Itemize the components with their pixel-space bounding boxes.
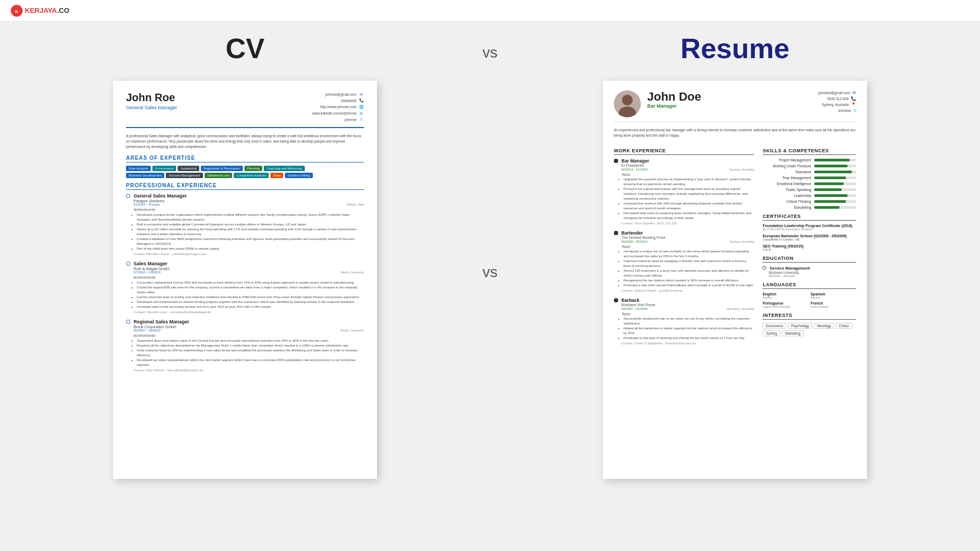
cv-achievements-list: Supervised direct and indirect sales in … [137,338,364,368]
work-company: El Presidente [621,164,754,167]
lang-level: Upper-Intermediate [762,305,808,308]
skill-bar-fill [814,159,850,161]
languages-title: LANGUAGES [762,282,856,289]
achievement-item: Created a database of over 8000 prospect… [137,237,364,246]
skill-bar-bg [814,200,856,203]
logo: K KERJAYA.CO [11,5,69,17]
cv-exp-item: Sales Manager Ruth & Abigail GmbH. 07/20… [126,261,364,314]
resume-identity: John Doe Bar Manager [647,90,812,109]
skill-bar-fill [814,176,845,179]
skill-bar-fill [814,206,839,209]
cv-exp-period-loc: 03/2014 – Present Milano, Italy [134,203,364,206]
skill-bar-fill [814,171,852,173]
education-title: EDUCATION [762,256,856,263]
work-bullet: Promoted a new drink named Diamondback w… [624,283,754,288]
logo-text: KERJAYA.CO [25,6,69,15]
resume-container: John Doe Bar Manager johndoe@gmail.com ✉… [522,75,948,479]
achievement-item: Built a successful and scalable global C… [137,222,364,227]
skype-icon: S [359,117,364,123]
skill-bar-fill [814,194,848,197]
achievement-item: Grew customer base by 25% by implementin… [137,348,364,358]
cert-item: SEO Training (09/2015) A & B [762,244,856,251]
work-period-loc: 06/2013 - 12/2016 Sydney, Australia [621,168,754,171]
cv-email-row: johnroe@gmail.com ✉ [312,91,364,98]
cv-document: John Roe General Sales Manager johnroe@g… [113,81,377,479]
cert-name: SEO Training (09/2015) [762,244,856,248]
exp-circle-icon [126,262,130,266]
exp-circle-icon [126,320,130,324]
work-header: Barback Brisbane Irish Rover 08/2007 - 0… [614,298,754,310]
edu-degree: Service Management [769,266,810,271]
cv-exp-role: Regional Sales Manager [134,319,190,324]
cert-by: By CSE EMTW Education Institute [762,228,856,231]
interest-tag: Mixology [814,323,834,329]
cv-skype-text: johnroe [345,117,356,123]
svg-text:K: K [15,9,18,13]
cv-exp-period: 03/2014 – Present [134,203,160,206]
work-item: Bar Manager El Presidente 06/2013 - 12/2… [614,158,754,225]
cv-expertise-title: AREAS OF EXPERTISE [126,155,364,163]
achievements-label: Achievements [134,334,364,337]
linkedin-icon: in [359,111,364,116]
cv-exp-role: Sales Manager [134,261,167,266]
cert-item: European Bartender School (02/2009 - 05/… [762,234,856,241]
work-location: Brisbane, Australia [727,307,754,310]
cv-title-text: General Sales Manager [126,105,177,110]
skill-name: Working Under Pressure [762,164,811,168]
cv-exp-period: 05/2007 – 06/2010 [134,329,160,332]
work-bullet: Served 145 customers in a busy hour with… [624,269,754,278]
skill-name: Emotional Intelligence [762,182,811,186]
cv-website-text: http://www.johnroe.com [320,104,356,110]
skills-bars: Project Management Working Under Pressur… [762,158,856,209]
resume-main-title: Resume [522,32,948,65]
cv-exp-company: Ruth & Abigail GmbH. [134,267,364,271]
work-bullet: Proved to be a great team-player with th… [624,187,754,201]
location-icon: 📍 [851,102,856,107]
cv-contacts: johnroe@gmail.com ✉ 50458456 📞 http://ww… [312,91,364,123]
edu-header: Service Management [762,266,856,271]
lang-level: Expert [810,296,856,299]
cv-exp-location: Milano, Italy [347,203,364,206]
achievement-item: Saved up to €2 million annually by reduc… [137,227,364,237]
exp-circle-icon [126,194,130,198]
cv-exp-period-loc: 05/2007 – 06/2010 Berlin, Germany [134,329,364,332]
skill-tag: Coaching and Mentoring [264,166,304,171]
achievement-item: Led the corporate team in driving cost-r… [137,295,364,300]
cert-name: Foundation Leadership Program Certificat… [762,224,856,228]
resume-summary: An experienced and professional bar mana… [614,128,856,138]
cv-exp-period-loc: 07/2010 – 03/2014 Berlin, Germany [134,271,364,274]
cv-header: John Roe General Sales Manager johnroe@g… [126,91,364,128]
lang-item: French Intermediate [810,301,856,308]
skill-bar-row: Working Under Pressure [762,164,856,168]
skill-bar-bg [814,159,856,161]
skill-bar-row: Leadership [762,194,856,197]
work-contact: Contact: Jackson Parish - jack@nomad.au [621,289,754,292]
resume-document: John Doe Bar Manager johndoe@gmail.com ✉… [603,81,867,479]
resume-columns: WORK EXPERIENCE Bar Manager El President… [614,144,856,350]
work-bullet: Increased bar revenue with 20% through a… [624,201,754,211]
lang-level: Native [762,296,808,299]
cv-skills-row1: Data Analysis E-commerce Leadership Nego… [126,166,364,171]
skill-bar-bg [814,165,856,167]
work-role: Bar Manager [621,158,754,164]
lang-item: Spanish Expert [810,292,856,299]
work-bullet: Upgraded the payment process by implemen… [624,177,754,187]
email-icon: ✉ [852,90,856,95]
work-item: Barback Brisbane Irish Rover 08/2007 - 0… [614,298,754,345]
achievement-item: Developed top sales representatives with… [137,358,364,368]
skill-name: Project Management [762,158,811,162]
skill-name: Leadership [762,194,811,197]
cv-skype-row: johnroe S [312,117,364,123]
skill-bar-bg [814,171,856,173]
resume-left-column: WORK EXPERIENCE Bar Manager El President… [614,144,754,350]
tasks-label: Tasks [621,245,754,249]
tasks-label: Tasks [621,173,754,176]
work-location: Sydney, Australia [729,168,754,171]
resume-phone: 0043 312 436 [827,97,849,101]
work-period: 08/2007 - 01/2009 [621,307,648,310]
skill-bar-row: Critical Thinking [762,200,856,203]
resume-skype-row: Johndoe S [818,108,856,113]
interest-tag: Psychology [788,323,812,329]
achievement-item: Supervised direct and indirect sales in … [137,338,364,343]
work-period-loc: 08/2007 - 01/2009 Brisbane, Australia [621,307,754,310]
